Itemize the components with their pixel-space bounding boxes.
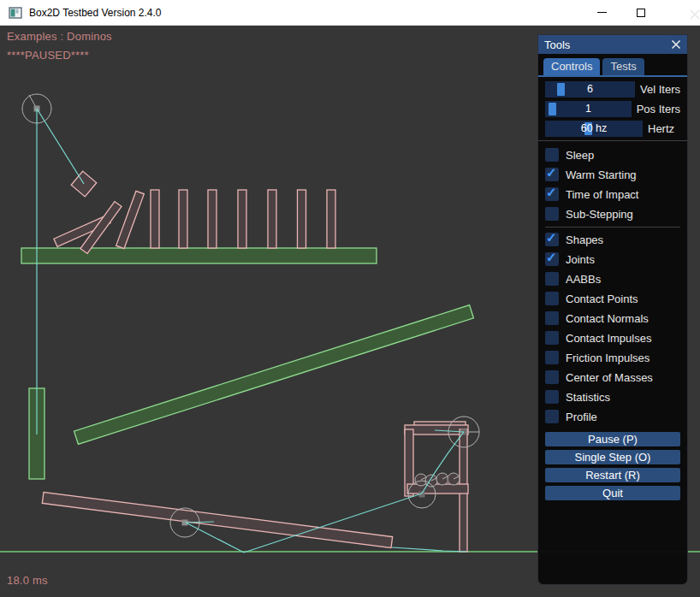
checkbox[interactable] <box>545 331 559 345</box>
checkboxes-section: Sleep✓Warm Starting✓Time of ImpactSub-St… <box>538 146 687 423</box>
button-quit[interactable]: Quit <box>545 486 680 500</box>
joint-line <box>37 109 84 184</box>
checkbox[interactable] <box>545 292 559 305</box>
checkbox-row-friction-impulses[interactable]: Friction Impulses <box>545 351 680 364</box>
checkbox[interactable] <box>545 311 559 325</box>
domino-standing <box>298 190 306 248</box>
tools-panel: Tools ControlsTests 6Vel Iters1Pos Iters… <box>537 34 688 585</box>
checkmark-icon: ✓ <box>546 165 557 180</box>
separator <box>538 140 687 141</box>
checkbox-row-statistics[interactable]: Statistics <box>545 390 680 404</box>
checkbox[interactable]: ✓ <box>545 233 559 246</box>
checkbox-label: AABBs <box>566 273 601 286</box>
checkbox-row-sub-stepping[interactable]: Sub-Stepping <box>545 207 680 221</box>
checkbox-label: Friction Impulses <box>566 352 650 364</box>
minimize-icon <box>597 12 607 13</box>
checkbox[interactable]: ✓ <box>545 187 559 201</box>
slider-value: 1 <box>545 101 632 117</box>
checkbox-row-contact-impulses[interactable]: Contact Impulses <box>545 331 680 345</box>
domino-standing <box>238 190 246 248</box>
checkbox-row-joints[interactable]: ✓Joints <box>545 252 680 266</box>
maximize-button[interactable] <box>621 0 661 25</box>
button-single-step-o[interactable]: Single Step (O) <box>545 450 680 464</box>
checkbox-row-contact-points[interactable]: Contact Points <box>545 292 680 305</box>
tools-close-icon[interactable] <box>671 39 681 50</box>
checkbox[interactable] <box>545 351 559 364</box>
domino-standing <box>208 190 217 248</box>
slider-label: Hertz <box>648 122 674 135</box>
checkbox-label: Warm Starting <box>566 168 637 181</box>
checkbox-label: Profile <box>566 411 597 423</box>
checkbox-label: Contact Normals <box>566 312 649 325</box>
checkmark-icon: ✓ <box>546 250 557 265</box>
checkbox-row-sleep[interactable]: Sleep <box>545 148 680 162</box>
button-pause-p[interactable]: Pause (P) <box>545 432 680 446</box>
slider-hertz[interactable]: 60 hz <box>545 121 643 137</box>
checkbox-label: Center of Masses <box>566 371 653 384</box>
simulation-canvas[interactable]: Examples : Dominos ****PAUSED**** 18.0 m… <box>0 26 700 597</box>
app-window: Box2D Testbed Version 2.4.0 Examples : D… <box>0 0 700 597</box>
checkbox-label: Sub-Stepping <box>566 208 633 221</box>
paused-label: ****PAUSED**** <box>7 49 89 62</box>
domino-standing <box>268 190 276 248</box>
domino-standing <box>151 190 159 248</box>
checkbox[interactable] <box>545 207 559 221</box>
slider-value: 60 hz <box>545 121 643 137</box>
checkbox[interactable]: ✓ <box>545 168 559 181</box>
tools-panel-titlebar[interactable]: Tools <box>538 35 687 54</box>
checkbox-label: Contact Points <box>566 293 638 305</box>
window-title: Box2D Testbed Version 2.4.0 <box>29 7 162 19</box>
maximize-icon <box>637 9 645 17</box>
tools-panel-title: Tools <box>544 38 570 51</box>
checkbox-label: Time of Impact <box>566 188 638 201</box>
checkbox-row-profile[interactable]: Profile <box>545 410 680 423</box>
checkmark-icon: ✓ <box>546 185 557 200</box>
close-icon <box>690 8 700 18</box>
frame-top-bar <box>405 425 468 434</box>
slider-vel-iters[interactable]: 6 <box>545 81 635 98</box>
checkbox-row-center-of-masses[interactable]: Center of Masses <box>545 370 680 384</box>
sliders-section: 6Vel Iters1Pos Iters60 hzHertz <box>538 77 687 137</box>
buttons-section: Pause (P)Single Step (O)Restart (R)Quit <box>538 429 687 500</box>
minimize-button[interactable] <box>582 0 621 25</box>
domino-standing <box>179 190 187 248</box>
separator <box>545 227 680 228</box>
slider-row: 1Pos Iters <box>545 101 680 117</box>
checkbox-row-contact-normals[interactable]: Contact Normals <box>545 311 680 325</box>
tabbar: ControlsTests <box>538 54 687 77</box>
checkbox[interactable]: ✓ <box>545 252 559 266</box>
checkbox-label: Shapes <box>566 233 603 246</box>
button-restart-r[interactable]: Restart (R) <box>545 468 680 482</box>
app-icon <box>9 6 22 20</box>
checkbox-label: Sleep <box>566 149 594 162</box>
slider-value: 6 <box>545 81 635 98</box>
tab-controls[interactable]: Controls <box>543 58 600 75</box>
checkbox[interactable] <box>545 148 559 162</box>
checkbox-row-aabbs[interactable]: AABBs <box>545 272 680 286</box>
window-titlebar: Box2D Testbed Version 2.4.0 <box>0 0 700 26</box>
checkbox[interactable] <box>545 390 559 404</box>
checkbox[interactable] <box>545 272 559 286</box>
checkbox-row-time-of-impact[interactable]: ✓Time of Impact <box>545 187 680 201</box>
close-button[interactable] <box>661 0 700 25</box>
slider-label: Vel Iters <box>640 83 680 96</box>
tab-tests[interactable]: Tests <box>602 58 644 75</box>
checkbox[interactable] <box>545 370 559 384</box>
checkbox-label: Statistics <box>566 391 610 404</box>
checkbox-row-shapes[interactable]: ✓Shapes <box>545 233 680 246</box>
frame-shelf <box>407 484 468 494</box>
slider-row: 6Vel Iters <box>545 81 680 98</box>
checkbox-row-warm-starting[interactable]: ✓Warm Starting <box>545 168 680 181</box>
slider-label: Pos Iters <box>637 103 680 115</box>
checkbox-label: Contact Impulses <box>566 332 651 345</box>
domino-platform <box>21 248 377 263</box>
seesaw-plank <box>42 492 392 547</box>
domino-standing <box>327 190 335 248</box>
frame-time-label: 18.0 ms <box>7 574 48 587</box>
checkbox-label: Joints <box>566 253 595 266</box>
checkbox[interactable] <box>545 410 559 423</box>
slider-row: 60 hzHertz <box>545 121 680 137</box>
domino-fallen-3 <box>116 191 145 248</box>
example-label: Examples : Dominos <box>7 30 112 43</box>
slider-pos-iters[interactable]: 1 <box>545 101 632 117</box>
